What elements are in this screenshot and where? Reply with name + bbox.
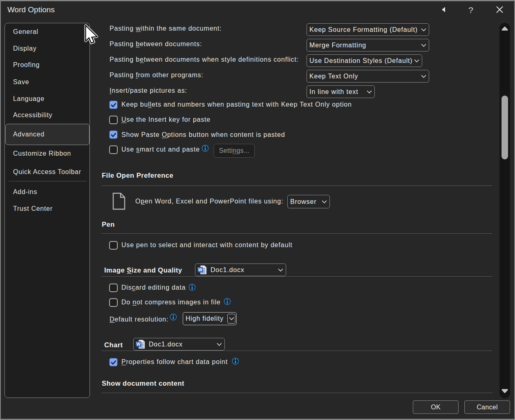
svg-text:W: W bbox=[137, 342, 141, 346]
svg-text:W: W bbox=[198, 267, 203, 272]
